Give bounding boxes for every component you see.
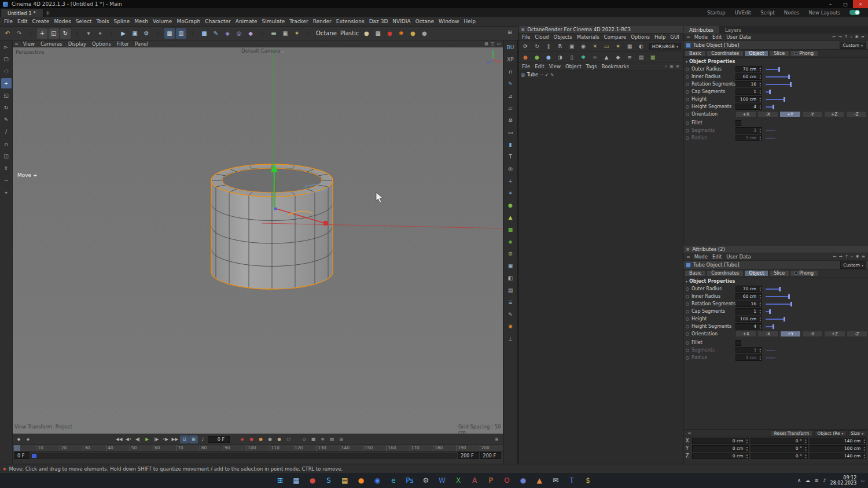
area-light-icon[interactable]: ▭ xyxy=(601,41,612,51)
property-slider[interactable] xyxy=(766,104,862,109)
env-texture-icon[interactable]: ▦ xyxy=(624,41,635,51)
firefox-icon[interactable]: ● xyxy=(355,474,367,487)
daylight-icon[interactable]: ☀ xyxy=(590,41,600,51)
size-field[interactable]: 100 cm xyxy=(810,445,866,452)
quantize-toggle-icon[interactable]: ▥ xyxy=(176,28,186,39)
rotation-band[interactable] xyxy=(288,211,312,215)
film-icon[interactable]: ▤ xyxy=(505,285,516,295)
size-field[interactable]: 140 cm xyxy=(810,453,866,459)
plastic-preset-label[interactable]: Plastic xyxy=(339,28,360,39)
move-tool-icon[interactable]: + xyxy=(37,28,47,39)
tab-coordinates[interactable]: Coordinates xyxy=(707,50,744,57)
tab-phong[interactable]: Phong xyxy=(790,270,818,276)
toolbar-separator[interactable]: | xyxy=(106,28,117,39)
preset-select[interactable]: Custom▾ xyxy=(840,261,866,269)
animation-dot-icon[interactable] xyxy=(686,121,689,125)
smooth-icon[interactable]: ~ xyxy=(1,175,12,186)
attributes-menu-item[interactable]: User Data xyxy=(724,254,753,260)
menubar-item[interactable]: Select xyxy=(73,19,94,24)
mail-icon[interactable]: ✉ xyxy=(549,474,562,487)
stage-icon[interactable]: ◧ xyxy=(505,273,516,283)
current-frame-marker[interactable] xyxy=(14,445,20,451)
octane-menu-item[interactable]: Cloud xyxy=(532,34,551,40)
octane-live-icon[interactable]: ⟳ xyxy=(520,41,531,51)
settings-icon[interactable]: ⚙ xyxy=(420,474,432,487)
teams-icon[interactable]: T xyxy=(565,474,578,487)
powerpoint-icon[interactable]: P xyxy=(484,474,497,487)
animation-dot-icon[interactable] xyxy=(686,83,689,86)
access-icon[interactable]: A xyxy=(468,474,481,487)
z-axis-handle[interactable] xyxy=(274,207,277,210)
subdivision-icon[interactable]: ◈ xyxy=(222,28,233,39)
menubar-item[interactable]: Character xyxy=(203,19,233,24)
attributes-menu-item[interactable]: User Data xyxy=(724,34,753,40)
close-button[interactable]: × xyxy=(853,0,868,8)
toolbar-separator[interactable]: | xyxy=(257,28,267,39)
octane-menu-item[interactable]: Options xyxy=(628,34,652,40)
attributes-menu-item[interactable]: Edit xyxy=(710,254,724,260)
layer-icon[interactable]: ≣ xyxy=(505,297,516,308)
ui-toggle[interactable] xyxy=(849,10,860,15)
toolbar-separator[interactable]: | xyxy=(303,28,314,39)
viewport-split-icon[interactable]: ◫ xyxy=(491,42,495,46)
menubar-item[interactable]: Daz 3D xyxy=(367,19,391,24)
primitive-cube-icon[interactable]: ■ xyxy=(199,28,209,39)
target-light-icon[interactable]: ✶ xyxy=(613,41,623,51)
workplane-icon[interactable]: ▱ xyxy=(505,103,516,113)
goto-start-button[interactable]: ◀◀ xyxy=(115,435,124,443)
octane-ball-icon[interactable]: ● xyxy=(384,28,395,39)
wallet-icon[interactable]: $ xyxy=(582,474,594,487)
size-field[interactable]: 140 cm xyxy=(810,438,866,444)
specular-material-icon[interactable]: ● xyxy=(543,52,554,62)
brush-icon[interactable]: ✎ xyxy=(1,114,12,125)
scale-tool-icon[interactable]: ◱ xyxy=(1,90,12,101)
autokeying-button[interactable]: ● xyxy=(247,435,256,443)
orientation-minus-y[interactable]: -Y xyxy=(802,331,823,337)
viewport-menu-item[interactable]: Filter xyxy=(114,41,132,47)
tab-phong[interactable]: Phong xyxy=(790,50,818,57)
widgets-icon[interactable]: ▦ xyxy=(290,474,303,487)
gray-ball-icon[interactable]: ● xyxy=(419,28,429,39)
start-button[interactable]: ⊞ xyxy=(274,474,286,487)
timeline-ruler[interactable]: 0102030405060708090100110120130140150160… xyxy=(13,444,503,452)
panel-menu-icon[interactable]: ≡ xyxy=(862,254,865,260)
scale-tool-icon[interactable]: ◱ xyxy=(49,28,59,39)
layout-tab[interactable]: Nodes xyxy=(784,10,800,16)
next-key-button[interactable]: •▶ xyxy=(161,435,170,443)
y-axis-handle[interactable] xyxy=(271,163,278,172)
property-slider[interactable] xyxy=(766,89,862,94)
rotation-field[interactable]: 0 ° xyxy=(751,453,807,459)
property-value-field[interactable]: 1 xyxy=(735,88,762,95)
viewport-maximize-icon[interactable]: ▭ xyxy=(496,42,501,46)
tab-layers[interactable]: Layers xyxy=(719,26,747,34)
cylinder-icon[interactable]: ▮ xyxy=(505,139,516,150)
filter-icon[interactable]: ≡ xyxy=(318,435,327,443)
opera-icon[interactable]: O xyxy=(501,474,513,487)
object-manager-menu-item[interactable]: File xyxy=(520,64,532,69)
press-icon[interactable]: ⊥ xyxy=(505,334,516,344)
viewport-menu-item[interactable]: Display xyxy=(65,41,89,47)
orientation-minus-x[interactable]: -X xyxy=(757,111,778,117)
current-frame-field[interactable]: 0 F xyxy=(208,436,230,443)
rotate-tool-icon[interactable]: ↻ xyxy=(1,102,12,113)
rotate-tool-icon[interactable]: ↻ xyxy=(60,28,71,39)
menubar-item[interactable]: MoGraph xyxy=(174,19,203,24)
last-tool-icon[interactable]: ▾ xyxy=(83,28,94,39)
object-manager-menu-item[interactable]: Object xyxy=(563,64,584,69)
orientation-minus-x[interactable]: -X xyxy=(757,331,778,337)
toolbar-separator[interactable]: | xyxy=(72,28,82,39)
position-field[interactable]: 0 cm xyxy=(692,453,749,459)
snap-toggle-icon[interactable]: ▦ xyxy=(164,28,175,39)
orientation-minus-z[interactable]: -Z xyxy=(847,331,867,337)
rotation-field[interactable]: 0 ° xyxy=(751,445,807,452)
live-selection-icon[interactable]: ▻ xyxy=(1,42,12,52)
viewport-view-label[interactable]: Perspective xyxy=(16,49,44,55)
lock-icon[interactable]: ✱ xyxy=(855,34,858,40)
material-ball-icon[interactable]: ● xyxy=(361,28,372,39)
character-icon[interactable]: ✶ xyxy=(505,188,516,198)
property-value-field[interactable]: 100 cm xyxy=(735,316,762,322)
excel-icon[interactable]: X xyxy=(452,474,465,487)
record-keyframe-button[interactable]: ◉ xyxy=(238,435,247,443)
layered-material-icon[interactable]: ≡ xyxy=(624,52,635,62)
toon-material-icon[interactable]: ▲ xyxy=(601,52,612,62)
